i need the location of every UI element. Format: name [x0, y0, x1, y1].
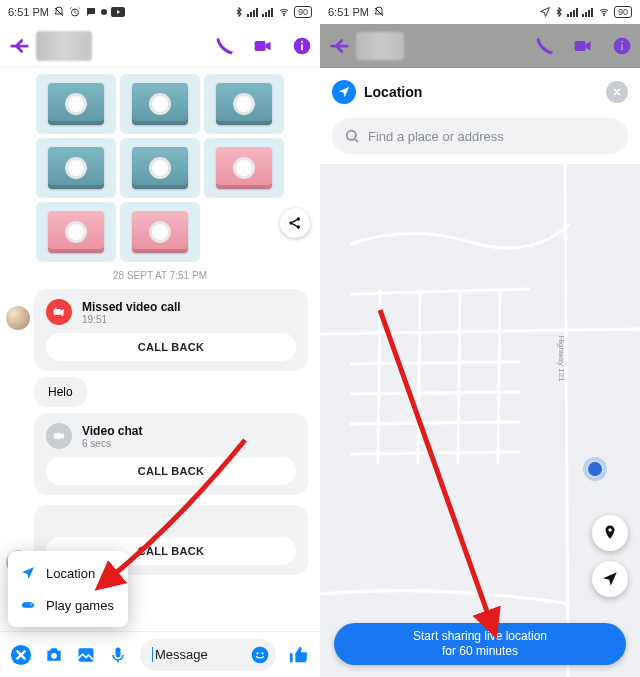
- location-search-input[interactable]: Find a place or address: [332, 118, 628, 154]
- status-time: 6:51 PM: [8, 6, 49, 18]
- status-bar: 6:51 PM: [0, 0, 320, 24]
- svg-rect-8: [262, 14, 264, 17]
- svg-rect-48: [320, 164, 640, 677]
- media-thumb[interactable]: [120, 74, 200, 134]
- drop-pin-button[interactable]: [592, 515, 628, 551]
- wifi-icon: [597, 7, 611, 17]
- svg-point-25: [31, 603, 32, 604]
- battery-icon: 90: [614, 6, 632, 18]
- svg-point-46: [621, 40, 623, 42]
- svg-rect-37: [576, 8, 578, 17]
- media-thumb[interactable]: [36, 202, 116, 262]
- map-roads: [320, 164, 640, 677]
- composer: Message: [0, 631, 320, 677]
- svg-rect-22: [54, 433, 61, 439]
- popup-item-games[interactable]: Play games: [8, 589, 128, 621]
- alarm-icon: [69, 6, 81, 18]
- close-more-icon[interactable]: [10, 644, 32, 666]
- camera-icon[interactable]: [44, 645, 64, 665]
- media-thumb[interactable]: [204, 138, 284, 198]
- chat-body[interactable]: 28 SEPT AT 7:51 PM Missed video call 19:…: [0, 68, 320, 631]
- timestamp: 28 SEPT AT 7:51 PM: [0, 270, 320, 281]
- info-icon[interactable]: [292, 36, 312, 56]
- battery-icon: 90: [294, 6, 312, 18]
- callback-button[interactable]: CALL BACK: [46, 457, 296, 485]
- youtube-icon: [111, 7, 125, 17]
- chat-header: [0, 24, 320, 68]
- svg-rect-5: [250, 12, 252, 17]
- callback-button[interactable]: CALL BACK: [46, 333, 296, 361]
- location-badge-icon: [332, 80, 356, 104]
- mic-icon[interactable]: [108, 645, 128, 665]
- svg-point-16: [301, 40, 303, 42]
- right-screenshot: 6:51 PM 90: [320, 0, 640, 677]
- svg-point-31: [256, 652, 258, 654]
- popup-label: Play games: [46, 598, 114, 613]
- sender-avatar[interactable]: [6, 306, 30, 330]
- svg-point-32: [261, 652, 263, 654]
- svg-point-24: [30, 604, 31, 605]
- signal2-icon: [582, 7, 594, 17]
- dnd-icon: [373, 6, 385, 18]
- svg-rect-39: [585, 12, 587, 17]
- message-placeholder: Message: [152, 647, 208, 662]
- like-icon[interactable]: [288, 644, 310, 666]
- signal2-icon: [262, 7, 274, 17]
- location-icon: [539, 6, 551, 18]
- voice-call-icon[interactable]: [534, 36, 554, 56]
- signal-icon: [247, 7, 259, 17]
- svg-rect-45: [621, 44, 623, 50]
- svg-rect-34: [567, 14, 569, 17]
- current-location-dot: [588, 462, 602, 476]
- back-icon[interactable]: [328, 35, 350, 57]
- media-thumb[interactable]: [36, 74, 116, 134]
- media-thumb[interactable]: [36, 138, 116, 198]
- back-icon[interactable]: [8, 35, 30, 57]
- media-thumb[interactable]: [120, 202, 200, 262]
- svg-point-12: [284, 15, 285, 16]
- close-icon[interactable]: [606, 81, 628, 103]
- map-view[interactable]: Highway 121 Start sharing live location …: [320, 164, 640, 677]
- popup-item-location[interactable]: Location: [8, 557, 128, 589]
- media-thumb[interactable]: [120, 138, 200, 198]
- svg-point-30: [252, 646, 269, 663]
- svg-rect-36: [573, 10, 575, 17]
- missed-call-icon: [46, 299, 72, 325]
- location-title: Location: [364, 84, 422, 100]
- svg-rect-4: [247, 14, 249, 17]
- svg-rect-40: [588, 10, 590, 17]
- share-line1: Start sharing live location: [413, 629, 547, 644]
- message-input[interactable]: Message: [140, 639, 276, 671]
- video-call-icon[interactable]: [572, 36, 594, 56]
- media-thumb[interactable]: [204, 74, 284, 134]
- svg-rect-13: [255, 41, 266, 51]
- chat-icon: [85, 6, 97, 18]
- svg-point-27: [51, 652, 57, 658]
- svg-point-2: [101, 9, 107, 15]
- svg-rect-29: [116, 647, 121, 657]
- missed-call-title: Missed video call: [82, 300, 181, 314]
- emoji-icon[interactable]: [250, 645, 270, 665]
- shared-media-grid[interactable]: [36, 74, 284, 262]
- svg-rect-10: [268, 10, 270, 17]
- recenter-button[interactable]: [592, 561, 628, 597]
- bluetooth-icon: [234, 6, 244, 18]
- svg-point-42: [604, 15, 605, 16]
- voice-call-icon[interactable]: [214, 36, 234, 56]
- svg-rect-11: [271, 8, 273, 17]
- info-icon[interactable]: [612, 36, 632, 56]
- svg-rect-9: [265, 12, 267, 17]
- location-sheet-header: Location: [320, 68, 640, 114]
- signal-icon: [567, 7, 579, 17]
- popup-label: Location: [46, 566, 95, 581]
- text-bubble: Helo: [34, 377, 87, 407]
- chat-header-dimmed: [320, 24, 640, 68]
- forward-fab[interactable]: [280, 208, 310, 238]
- contact-name-blur: [356, 32, 404, 60]
- attachment-popup: Location Play games: [8, 551, 128, 627]
- svg-rect-6: [253, 10, 255, 17]
- start-sharing-button[interactable]: Start sharing live location for 60 minut…: [334, 623, 626, 665]
- gallery-icon[interactable]: [76, 645, 96, 665]
- svg-rect-43: [575, 41, 586, 51]
- video-call-icon[interactable]: [252, 36, 274, 56]
